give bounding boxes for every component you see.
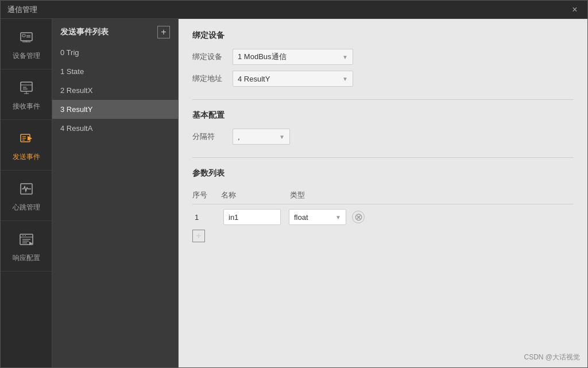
separator-row: 分隔符 , ▼: [192, 129, 574, 145]
param-type-value-1: float: [294, 213, 308, 222]
svg-rect-6: [21, 82, 32, 91]
window-title: 通信管理: [7, 5, 37, 15]
list-item[interactable]: 3 ResultY: [52, 100, 178, 119]
sidebar-item-response-cfg[interactable]: 响应配置: [1, 221, 52, 272]
param-add-row: +: [192, 230, 574, 242]
event-list: 0 Trig 1 State 2 ResultX 3 ResultY 4 Res…: [52, 43, 178, 367]
close-button[interactable]: ×: [569, 4, 581, 16]
param-seq-1: 1: [192, 213, 221, 222]
bind-addr-label: 绑定地址: [192, 73, 227, 84]
divider-1: [192, 99, 574, 100]
send-event-icon: [16, 128, 37, 149]
param-section-title: 参数列表: [192, 168, 574, 179]
bind-device-label: 绑定设备: [192, 52, 227, 62]
event-list-header: 发送事件列表 +: [52, 19, 178, 43]
list-item[interactable]: 4 ResultA: [52, 119, 178, 138]
separator-dropdown-arrow: ▼: [279, 134, 285, 140]
param-name-value-1: in1: [229, 213, 238, 222]
event-list-title: 发送事件列表: [60, 27, 109, 37]
main-window: 通信管理 × 设备管理: [0, 0, 588, 368]
bind-addr-value: 4 ResultY: [238, 75, 338, 83]
add-param-button[interactable]: +: [192, 230, 205, 242]
col-seq: 序号: [192, 190, 221, 200]
event-list-panel: 发送事件列表 + 0 Trig 1 State 2 ResultX 3 Resu…: [52, 19, 179, 367]
sidebar-item-device-mgmt-label: 设备管理: [13, 51, 40, 61]
bind-addr-row: 绑定地址 4 ResultY ▼: [192, 71, 574, 87]
param-row-1: 1 in1 float ▼ ⊗: [192, 209, 574, 225]
col-type: 类型: [290, 190, 359, 200]
basic-section-title: 基本配置: [192, 110, 574, 121]
param-table-header: 序号 名称 类型: [192, 187, 574, 204]
title-bar: 通信管理 ×: [1, 1, 587, 19]
recv-event-icon: [16, 78, 37, 98]
list-item[interactable]: 2 ResultX: [52, 81, 178, 100]
list-item[interactable]: 1 State: [52, 62, 178, 81]
separator-label: 分隔符: [192, 131, 227, 142]
sidebar: 设备管理 接收事件: [1, 19, 52, 367]
param-type-input-1[interactable]: float ▼: [289, 209, 346, 225]
bind-section-title: 绑定设备: [192, 30, 574, 41]
bind-device-dropdown-arrow: ▼: [342, 54, 348, 60]
param-section: 参数列表 序号 名称 类型 1 in1 float: [192, 168, 574, 242]
add-event-button[interactable]: +: [157, 26, 170, 38]
sidebar-item-recv-event-label: 接收事件: [13, 102, 40, 111]
bind-device-input[interactable]: 1 ModBus通信 ▼: [233, 49, 353, 65]
param-type-dropdown-arrow: ▼: [335, 214, 341, 220]
watermark: CSDN @大话视觉: [524, 352, 580, 362]
param-name-input-1[interactable]: in1: [223, 209, 281, 225]
col-name: 名称: [221, 190, 290, 200]
main-content: 设备管理 接收事件: [1, 19, 587, 367]
sidebar-item-device-mgmt[interactable]: 设备管理: [1, 19, 52, 69]
list-item[interactable]: 0 Trig: [52, 43, 178, 62]
sidebar-item-response-cfg-label: 响应配置: [13, 253, 40, 263]
divider-2: [192, 157, 574, 158]
sidebar-item-heartbeat-label: 心跳管理: [13, 203, 40, 212]
bind-addr-input[interactable]: 4 ResultY ▼: [233, 71, 353, 87]
sidebar-item-heartbeat[interactable]: 心跳管理: [1, 171, 52, 221]
response-cfg-icon: [16, 229, 37, 250]
device-mgmt-icon: [16, 27, 37, 48]
detail-panel: 绑定设备 绑定设备 1 ModBus通信 ▼ 绑定地址 4 ResultY ▼: [179, 19, 587, 367]
separator-value: ,: [238, 133, 274, 141]
sidebar-item-send-event-label: 发送事件: [13, 152, 40, 162]
sidebar-item-send-event[interactable]: 发送事件: [1, 120, 52, 171]
svg-rect-1: [22, 34, 25, 37]
heartbeat-icon: [16, 179, 37, 199]
bind-device-row: 绑定设备 1 ModBus通信 ▼: [192, 49, 574, 65]
basic-config-section: 基本配置 分隔符 , ▼: [192, 110, 574, 145]
param-table: 序号 名称 类型 1 in1 float ▼ ⊗: [192, 187, 574, 225]
bind-device-section: 绑定设备 绑定设备 1 ModBus通信 ▼ 绑定地址 4 ResultY ▼: [192, 30, 574, 87]
bind-device-value: 1 ModBus通信: [238, 52, 338, 62]
remove-param-button-1[interactable]: ⊗: [352, 211, 365, 223]
bind-addr-dropdown-arrow: ▼: [342, 76, 348, 82]
sidebar-item-recv-event[interactable]: 接收事件: [1, 69, 52, 120]
separator-input[interactable]: , ▼: [233, 129, 290, 145]
